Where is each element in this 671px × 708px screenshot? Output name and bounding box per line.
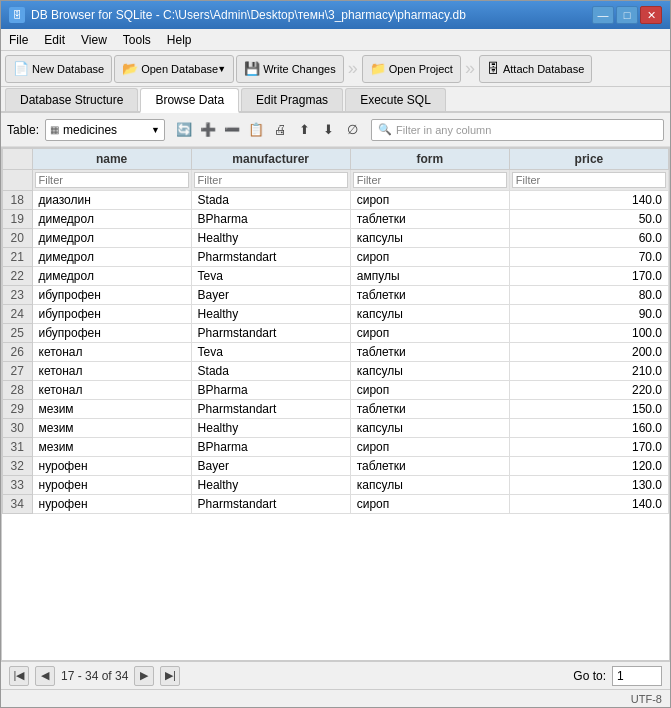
cell-name[interactable]: нурофен	[32, 457, 191, 476]
nav-prev-button[interactable]: ◀	[35, 666, 55, 686]
cell-name[interactable]: ибупрофен	[32, 324, 191, 343]
table-row[interactable]: 27 кетонал Stada капсулы 210.0	[3, 362, 669, 381]
cell-form[interactable]: таблетки	[350, 457, 509, 476]
table-row[interactable]: 18 диазолин Stada сироп 140.0	[3, 191, 669, 210]
cell-name[interactable]: кетонал	[32, 343, 191, 362]
table-row[interactable]: 22 димедрол Teva ампулы 170.0	[3, 267, 669, 286]
delete-row-icon[interactable]: ➖	[221, 119, 243, 141]
cell-manufacturer[interactable]: Pharmstandart	[191, 248, 350, 267]
filter-manufacturer-input[interactable]	[194, 172, 348, 188]
cell-name[interactable]: кетонал	[32, 381, 191, 400]
cell-price[interactable]: 160.0	[509, 419, 668, 438]
cell-manufacturer[interactable]: Pharmstandart	[191, 324, 350, 343]
cell-price[interactable]: 90.0	[509, 305, 668, 324]
cell-manufacturer[interactable]: Teva	[191, 343, 350, 362]
filter-name-input[interactable]	[35, 172, 189, 188]
nav-last-button[interactable]: ▶|	[160, 666, 180, 686]
null-icon[interactable]: ∅	[341, 119, 363, 141]
cell-name[interactable]: нурофен	[32, 476, 191, 495]
tab-browse-data[interactable]: Browse Data	[140, 88, 239, 113]
cell-price[interactable]: 150.0	[509, 400, 668, 419]
col-header-name[interactable]: name	[32, 149, 191, 170]
tab-database-structure[interactable]: Database Structure	[5, 88, 138, 111]
write-changes-button[interactable]: 💾 Write Changes	[236, 55, 344, 83]
table-row[interactable]: 24 ибупрофен Healthy капсулы 90.0	[3, 305, 669, 324]
cell-manufacturer[interactable]: Healthy	[191, 305, 350, 324]
menu-edit[interactable]: Edit	[36, 29, 73, 50]
cell-manufacturer[interactable]: Pharmstandart	[191, 495, 350, 514]
cell-name[interactable]: мезим	[32, 400, 191, 419]
minimize-button[interactable]: —	[592, 6, 614, 24]
cell-price[interactable]: 140.0	[509, 495, 668, 514]
cell-price[interactable]: 220.0	[509, 381, 668, 400]
cell-manufacturer[interactable]: BPharma	[191, 210, 350, 229]
cell-name[interactable]: диазолин	[32, 191, 191, 210]
table-row[interactable]: 30 мезим Healthy капсулы 160.0	[3, 419, 669, 438]
cell-manufacturer[interactable]: Healthy	[191, 419, 350, 438]
cell-name[interactable]: кетонал	[32, 362, 191, 381]
table-row[interactable]: 33 нурофен Healthy капсулы 130.0	[3, 476, 669, 495]
cell-form[interactable]: таблетки	[350, 210, 509, 229]
cell-form[interactable]: сироп	[350, 438, 509, 457]
cell-manufacturer[interactable]: Healthy	[191, 229, 350, 248]
cell-form[interactable]: капсулы	[350, 362, 509, 381]
cell-name[interactable]: ибупрофен	[32, 286, 191, 305]
tab-edit-pragmas[interactable]: Edit Pragmas	[241, 88, 343, 111]
print-icon[interactable]: 🖨	[269, 119, 291, 141]
menu-file[interactable]: File	[1, 29, 36, 50]
cell-name[interactable]: ибупрофен	[32, 305, 191, 324]
nav-first-button[interactable]: |◀	[9, 666, 29, 686]
table-scroll[interactable]: name manufacturer form price 18	[2, 148, 669, 660]
refresh-icon[interactable]: 🔄	[173, 119, 195, 141]
cell-price[interactable]: 120.0	[509, 457, 668, 476]
cell-form[interactable]: сироп	[350, 381, 509, 400]
table-row[interactable]: 34 нурофен Pharmstandart сироп 140.0	[3, 495, 669, 514]
table-row[interactable]: 20 димедрол Healthy капсулы 60.0	[3, 229, 669, 248]
col-header-price[interactable]: price	[509, 149, 668, 170]
cell-manufacturer[interactable]: BPharma	[191, 438, 350, 457]
cell-manufacturer[interactable]: BPharma	[191, 381, 350, 400]
close-button[interactable]: ✕	[640, 6, 662, 24]
nav-next-button[interactable]: ▶	[134, 666, 154, 686]
cell-name[interactable]: димедрол	[32, 229, 191, 248]
cell-form[interactable]: капсулы	[350, 419, 509, 438]
cell-name[interactable]: нурофен	[32, 495, 191, 514]
table-row[interactable]: 29 мезим Pharmstandart таблетки 150.0	[3, 400, 669, 419]
cell-form[interactable]: сироп	[350, 248, 509, 267]
table-row[interactable]: 25 ибупрофен Pharmstandart сироп 100.0	[3, 324, 669, 343]
cell-name[interactable]: димедрол	[32, 248, 191, 267]
cell-name[interactable]: димедрол	[32, 210, 191, 229]
cell-form[interactable]: капсулы	[350, 305, 509, 324]
cell-price[interactable]: 140.0	[509, 191, 668, 210]
filter-price-input[interactable]	[512, 172, 666, 188]
cell-price[interactable]: 70.0	[509, 248, 668, 267]
table-row[interactable]: 31 мезим BPharma сироп 170.0	[3, 438, 669, 457]
col-header-form[interactable]: form	[350, 149, 509, 170]
cell-form[interactable]: таблетки	[350, 400, 509, 419]
insert-row-icon[interactable]: ➕	[197, 119, 219, 141]
cell-form[interactable]: таблетки	[350, 343, 509, 362]
table-row[interactable]: 28 кетонал BPharma сироп 220.0	[3, 381, 669, 400]
goto-input[interactable]	[612, 666, 662, 686]
cell-price[interactable]: 60.0	[509, 229, 668, 248]
cell-name[interactable]: димедрол	[32, 267, 191, 286]
cell-form[interactable]: сироп	[350, 324, 509, 343]
table-row[interactable]: 21 димедрол Pharmstandart сироп 70.0	[3, 248, 669, 267]
export-icon[interactable]: ⬆	[293, 119, 315, 141]
cell-name[interactable]: мезим	[32, 419, 191, 438]
menu-view[interactable]: View	[73, 29, 115, 50]
cell-price[interactable]: 170.0	[509, 267, 668, 286]
filter-form-input[interactable]	[353, 172, 507, 188]
tab-execute-sql[interactable]: Execute SQL	[345, 88, 446, 111]
attach-database-button[interactable]: 🗄 Attach Database	[479, 55, 592, 83]
cell-price[interactable]: 100.0	[509, 324, 668, 343]
maximize-button[interactable]: □	[616, 6, 638, 24]
cell-manufacturer[interactable]: Healthy	[191, 476, 350, 495]
open-project-button[interactable]: 📁 Open Project	[362, 55, 461, 83]
copy-row-icon[interactable]: 📋	[245, 119, 267, 141]
cell-form[interactable]: ампулы	[350, 267, 509, 286]
table-row[interactable]: 26 кетонал Teva таблетки 200.0	[3, 343, 669, 362]
table-row[interactable]: 32 нурофен Bayer таблетки 120.0	[3, 457, 669, 476]
menu-help[interactable]: Help	[159, 29, 200, 50]
cell-manufacturer[interactable]: Teva	[191, 267, 350, 286]
